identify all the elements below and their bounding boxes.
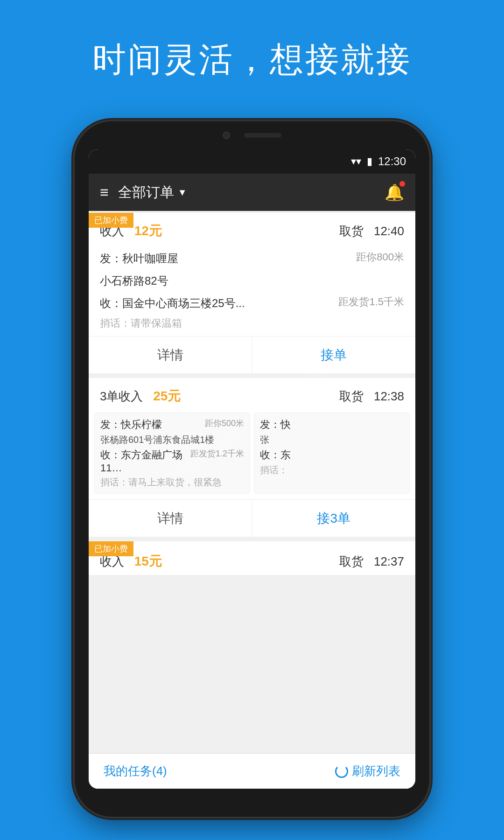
order2-accept-button[interactable]: 接3单	[252, 500, 416, 537]
order1-sender-distance: 距你800米	[356, 250, 404, 264]
order2-pickup: 取货 12:38	[339, 388, 404, 405]
app-bar: ≡ 全部订单 ▼ 🔔	[89, 174, 415, 211]
speaker	[244, 133, 281, 138]
my-tasks-button[interactable]: 我的任务(4)	[104, 763, 167, 779]
batch-item1-sender: 发：快乐柠檬 距你500米	[100, 418, 244, 432]
order3-header: 收入 15元 取货 12:37	[89, 541, 415, 575]
order1-note: 捎话：请带保温箱	[89, 315, 415, 336]
order1-address-row: 小石桥路82号	[89, 270, 415, 292]
refresh-label: 刷新列表	[352, 763, 400, 779]
batch-item-2: 发：快 张 收：东 捎话：	[254, 413, 410, 494]
batch-item-1: 发：快乐柠檬 距你500米 张杨路601号浦东食品城1楼 收：东方金融广场11……	[94, 413, 250, 494]
order1-header: 收入 12元 取货 12:40	[89, 213, 415, 247]
batch-item1-address: 张杨路601号浦东食品城1楼	[100, 434, 244, 446]
small-fee-badge-3: 已加小费	[89, 541, 133, 556]
order2-detail-button[interactable]: 详情	[89, 500, 252, 537]
bell-container[interactable]: 🔔	[385, 183, 404, 202]
order2-header: 3单收入 25元 取货 12:38	[89, 378, 415, 413]
order2-income: 3单收入 25元	[100, 387, 181, 405]
phone-container: ▾▾ ▮ 12:30 ≡ 全部订单 ▼ 🔔	[75, 121, 429, 821]
refresh-button[interactable]: 刷新列表	[335, 763, 400, 779]
notification-dot	[399, 181, 405, 187]
order3-income-label: 收入	[100, 554, 124, 568]
status-bar: ▾▾ ▮ 12:30	[89, 149, 415, 174]
phone-screen: ▾▾ ▮ 12:30 ≡ 全部订单 ▼ 🔔	[89, 149, 415, 789]
order1-sender: 发：秋叶咖喱屋	[100, 250, 350, 267]
battery-icon: ▮	[367, 155, 372, 168]
promo-title: 时间灵活，想接就接	[0, 0, 504, 110]
refresh-icon	[335, 765, 348, 778]
order1-detail-button[interactable]: 详情	[89, 336, 252, 373]
order-card-2: 3单收入 25元 取货 12:38	[89, 378, 415, 537]
phone-frame: ▾▾ ▮ 12:30 ≡ 全部订单 ▼ 🔔	[75, 121, 429, 817]
order2-batch-label: 3单收入	[100, 389, 143, 403]
wifi-icon: ▾▾	[351, 155, 361, 168]
order2-actions: 详情 接3单	[89, 499, 415, 537]
front-camera	[223, 132, 230, 139]
order-card-1: 已加小费 收入 12元 取货 12:40	[89, 213, 415, 373]
bottom-bar: 我的任务(4) 刷新列表	[89, 753, 415, 789]
small-fee-badge-1: 已加小费	[89, 213, 133, 228]
chevron-down-icon[interactable]: ▼	[178, 187, 187, 198]
orders-list: 已加小费 收入 12元 取货 12:40	[89, 211, 415, 753]
order1-sender-row: 发：秋叶咖喱屋 距你800米	[89, 247, 415, 270]
order1-accept-button[interactable]: 接单	[252, 336, 416, 373]
status-time: 12:30	[378, 155, 406, 168]
app-bar-title: 全部订单 ▼	[118, 183, 187, 202]
order1-receiver: 收：国金中心商场三楼25号...	[100, 295, 333, 312]
batch-item2-receiver: 收：东	[260, 448, 404, 462]
order1-income-amount: 12元	[134, 224, 162, 238]
order1-receiver-row: 收：国金中心商场三楼25号... 距发货1.5千米	[89, 292, 415, 315]
order2-items-row: 发：快乐柠檬 距你500米 张杨路601号浦东食品城1楼 收：东方金融广场11……	[89, 413, 415, 499]
order1-pickup: 取货 12:40	[339, 223, 404, 239]
phone-top-bar	[75, 121, 429, 149]
batch-item2-note: 捎话：	[260, 464, 404, 476]
batch-item1-note: 捎话：请马上来取货，很紧急	[100, 476, 244, 489]
menu-icon[interactable]: ≡	[100, 184, 109, 201]
batch-item2-sender: 发：快	[260, 418, 404, 432]
screen-content: 已加小费 收入 12元 取货 12:40	[89, 211, 415, 789]
order1-sender-address: 小石桥路82号	[100, 273, 404, 289]
order-card-3: 已加小费 收入 15元 取货 12:37	[89, 541, 415, 575]
order3-pickup: 取货 12:37	[339, 553, 404, 570]
order1-actions: 详情 接单	[89, 336, 415, 373]
app-title-text: 全部订单	[118, 183, 174, 202]
order1-receiver-distance: 距发货1.5千米	[338, 295, 404, 309]
order3-income-amount: 15元	[134, 554, 162, 568]
batch-item2-address: 张	[260, 434, 404, 446]
order2-income-amount: 25元	[153, 389, 181, 403]
batch-item1-receiver: 收：东方金融广场11… 距发货1.2千米	[100, 448, 244, 474]
